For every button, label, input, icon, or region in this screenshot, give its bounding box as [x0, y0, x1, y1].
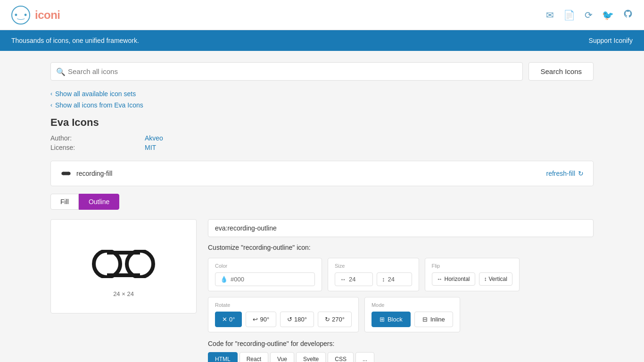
rotate-label: Rotate	[215, 302, 352, 308]
mode-group: Mode ⊞ Block ⊟ Inline	[364, 297, 460, 332]
height-input-wrap: ↕	[377, 272, 412, 286]
search-icon: 🔍	[56, 67, 66, 76]
author-label: Author:	[50, 134, 145, 142]
svg-rect-2	[63, 172, 69, 175]
code-tab-react[interactable]: React	[239, 352, 268, 362]
rotate-180-icon: ↺	[287, 316, 292, 323]
height-icon: ↕	[382, 276, 385, 283]
chevron-left-icon: ‹	[50, 102, 52, 108]
code-tab-svelte[interactable]: Svelte	[296, 352, 326, 362]
block-icon: ⊞	[380, 316, 385, 323]
code-tabs: HTML React Vue Svelte CSS ...	[208, 352, 594, 362]
refresh-label: refresh-fill	[546, 170, 575, 177]
icon-card: recording-fill refresh-fill ↻	[50, 161, 594, 186]
author-row: Author: Akveo	[50, 134, 594, 142]
rotate-90-icon: ↩	[253, 316, 258, 323]
mode-label: Mode	[372, 302, 453, 308]
section-title: Eva Icons	[50, 116, 594, 129]
controls-row-2: Rotate ✕ 0° ↩ 90° ↺ 180°	[208, 297, 594, 332]
size-label: Size	[335, 263, 412, 269]
color-input-wrap: 💧	[215, 272, 315, 286]
search-row: 🔍 Search Icons	[50, 62, 594, 81]
header: •‿• iconi ✉ 📄 ⟳ 🐦	[0, 0, 644, 30]
fill-outline-toggle: Fill Outline	[50, 194, 594, 210]
license-value[interactable]: MIT	[145, 144, 156, 151]
icon-name-row: recording-fill	[60, 168, 112, 179]
width-icon: ↔	[340, 276, 346, 283]
license-label: License:	[50, 144, 145, 151]
rotate-180-btn[interactable]: ↺ 180°	[280, 312, 314, 327]
flip-label: Flip	[432, 263, 512, 269]
code-tab-css[interactable]: CSS	[328, 352, 354, 362]
search-input[interactable]	[50, 62, 523, 81]
flip-horizontal-btn[interactable]: ↔ Horizontal	[432, 272, 475, 286]
rotate-row: ✕ 0° ↩ 90° ↺ 180° ↻ 270°	[215, 312, 352, 327]
content-row: 24 × 24 eva:recording-outline Customize …	[50, 219, 594, 362]
meta-table: Author: Akveo License: MIT	[50, 134, 594, 151]
icon-id-input[interactable]: eva:recording-outline	[208, 219, 594, 237]
color-input[interactable]	[231, 276, 310, 283]
banner: Thousands of icons, one unified framewor…	[0, 30, 644, 51]
refresh-row[interactable]: refresh-fill ↻	[546, 170, 584, 177]
svg-point-3	[94, 251, 120, 277]
code-tab-vue[interactable]: Vue	[270, 352, 294, 362]
preview-box: 24 × 24	[50, 219, 197, 313]
flip-row: ↔ Horizontal ↕ Vertical	[432, 272, 512, 286]
code-tab-more[interactable]: ...	[355, 352, 374, 362]
github-icon[interactable]	[623, 9, 633, 21]
rotate-270-icon: ↻	[325, 316, 330, 323]
support-link[interactable]: Support Iconify	[589, 37, 633, 44]
mode-block-btn[interactable]: ⊞ Block	[372, 312, 411, 327]
twitter-icon[interactable]: 🐦	[602, 9, 614, 21]
color-group: Color 💧	[208, 258, 322, 291]
flip-v-icon: ↕	[484, 276, 487, 282]
logo-text: iconi	[35, 8, 60, 22]
mode-inline-btn[interactable]: ⊟ Inline	[414, 312, 453, 327]
icon-preview	[76, 245, 171, 283]
icon-name-text: recording-fill	[76, 170, 112, 177]
preview-size: 24 × 24	[113, 290, 134, 297]
width-input[interactable]	[349, 276, 368, 283]
chevron-left-icon: ‹	[50, 90, 52, 97]
logo-icon: •‿•	[11, 6, 30, 25]
fill-tab[interactable]: Fill	[50, 194, 79, 210]
face-icon: •‿•	[15, 10, 27, 20]
rotate-0-btn[interactable]: ✕ 0°	[215, 312, 242, 327]
header-icons: ✉ 📄 ⟳ 🐦	[546, 9, 633, 21]
flip-vertical-btn[interactable]: ↕ Vertical	[479, 272, 512, 286]
preview-section: 24 × 24	[50, 219, 197, 313]
recording-fill-icon	[60, 168, 72, 179]
breadcrumb-all-sets[interactable]: ‹ Show all available icon sets	[50, 90, 594, 98]
height-input[interactable]	[388, 276, 407, 283]
svg-rect-5	[107, 251, 140, 255]
svg-rect-6	[107, 273, 140, 277]
customizer-panel: eva:recording-outline Customize "recordi…	[208, 219, 594, 362]
logo: •‿• iconi	[11, 6, 60, 25]
license-row: License: MIT	[50, 144, 594, 151]
rotate-group: Rotate ✕ 0° ↩ 90° ↺ 180°	[208, 297, 359, 332]
developer-label: Code for "recording-outline" for develop…	[208, 340, 594, 347]
color-label: Color	[215, 263, 315, 269]
size-group: Size ↔ ↕	[328, 258, 419, 291]
outline-tab[interactable]: Outline	[79, 194, 119, 210]
email-icon[interactable]: ✉	[546, 9, 554, 21]
search-button[interactable]: Search Icons	[528, 62, 594, 81]
mode-row: ⊞ Block ⊟ Inline	[372, 312, 453, 327]
customize-label: Customize "recording-outline" icon:	[208, 244, 594, 251]
breadcrumb-eva-icons[interactable]: ‹ Show all icons from Eva Icons	[50, 101, 594, 109]
document-icon[interactable]: 📄	[563, 9, 575, 21]
inline-icon: ⊟	[422, 316, 428, 323]
loop-icon[interactable]: ⟳	[585, 9, 593, 21]
width-input-wrap: ↔	[335, 272, 373, 286]
controls-row-1: Color 💧 Size ↔ ↕	[208, 258, 594, 291]
author-value[interactable]: Akveo	[145, 134, 163, 142]
banner-text: Thousands of icons, one unified framewor…	[11, 37, 139, 44]
code-tab-html[interactable]: HTML	[208, 352, 238, 362]
rotate-270-btn[interactable]: ↻ 270°	[318, 312, 352, 327]
rotate-0-icon: ✕	[222, 316, 227, 323]
main-content: 🔍 Search Icons ‹ Show all available icon…	[39, 51, 605, 362]
rotate-90-btn[interactable]: ↩ 90°	[246, 312, 276, 327]
size-row: ↔ ↕	[335, 272, 412, 286]
flip-group: Flip ↔ Horizontal ↕ Vertical	[425, 258, 520, 291]
search-input-wrap: 🔍	[50, 62, 523, 81]
